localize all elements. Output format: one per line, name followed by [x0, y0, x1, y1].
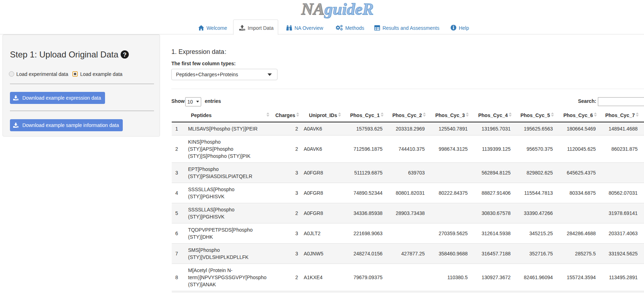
svg-text:?: ? — [123, 51, 126, 58]
